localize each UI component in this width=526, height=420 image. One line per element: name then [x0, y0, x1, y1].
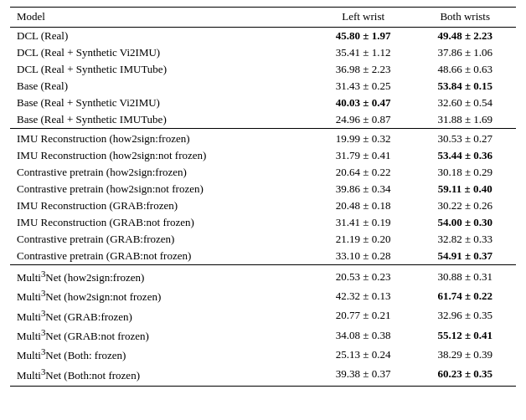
table-row: Base (Real + Synthetic Vi2IMU)40.03 ± 0.…: [10, 95, 516, 111]
table-row: Multi3Net (how2sign:not frozen)42.32 ± 0…: [10, 286, 516, 305]
left-wrist-value: 25.13 ± 0.24: [312, 345, 415, 364]
table-header-row: Model Left wrist Both wrists: [10, 8, 516, 28]
table-row: Multi3Net (how2sign:frozen)20.53 ± 0.233…: [10, 265, 516, 287]
model-name: Multi3Net (GRAB:frozen): [10, 306, 312, 325]
both-wrists-value: 30.53 ± 0.27: [414, 129, 516, 148]
both-wrists-value: 37.86 ± 1.06: [414, 44, 516, 61]
table-row: Base (Real)31.43 ± 0.2553.84 ± 0.15: [10, 78, 516, 95]
model-name: Contrastive pretrain (GRAB:not frozen): [10, 248, 312, 265]
model-name: DCL (Real): [10, 28, 312, 45]
left-wrist-value: 20.53 ± 0.23: [312, 265, 415, 287]
both-wrists-value: 59.11 ± 0.40: [414, 181, 516, 197]
left-wrist-value: 45.80 ± 1.97: [312, 28, 415, 45]
table-row: Multi3Net (Both: frozen)25.13 ± 0.2438.2…: [10, 345, 516, 364]
model-name: DCL (Real + Synthetic IMUTube): [10, 61, 312, 78]
model-name: Base (Real + Synthetic IMUTube): [10, 111, 312, 129]
left-wrist-value: 42.32 ± 0.13: [312, 286, 415, 305]
left-wrist-value: 33.10 ± 0.28: [312, 248, 415, 265]
left-wrist-value: 31.41 ± 0.19: [312, 214, 415, 231]
both-wrists-value: 60.23 ± 0.35: [414, 365, 516, 387]
left-wrist-value: 40.03 ± 0.47: [312, 95, 415, 111]
left-wrist-value: 20.48 ± 0.18: [312, 197, 415, 214]
left-wrist-value: 36.98 ± 2.23: [312, 61, 415, 78]
model-name: IMU Reconstruction (how2sign:frozen): [10, 129, 312, 148]
left-wrist-value: 39.38 ± 0.37: [312, 365, 415, 387]
model-name: IMU Reconstruction (GRAB:not frozen): [10, 214, 312, 231]
model-name: Contrastive pretrain (how2sign:frozen): [10, 164, 312, 181]
model-name: Multi3Net (Both: frozen): [10, 345, 312, 364]
left-wrist-value: 35.41 ± 1.12: [312, 44, 415, 61]
model-name: Base (Real): [10, 78, 312, 95]
header-left-wrist: Left wrist: [312, 8, 415, 28]
left-wrist-value: 31.43 ± 0.25: [312, 78, 415, 95]
model-name: Multi3Net (how2sign:not frozen): [10, 286, 312, 305]
left-wrist-value: 39.86 ± 0.34: [312, 181, 415, 197]
table-row: IMU Reconstruction (how2sign:not frozen)…: [10, 147, 516, 164]
results-table: Model Left wrist Both wrists DCL (Real)4…: [10, 7, 516, 387]
model-name: IMU Reconstruction (GRAB:frozen): [10, 197, 312, 214]
left-wrist-value: 34.08 ± 0.38: [312, 325, 415, 345]
header-both-wrists: Both wrists: [414, 8, 516, 28]
both-wrists-value: 31.88 ± 1.69: [414, 111, 516, 129]
table-row: IMU Reconstruction (how2sign:frozen)19.9…: [10, 129, 516, 148]
table-row: Multi3Net (GRAB:frozen)20.77 ± 0.2132.96…: [10, 306, 516, 325]
left-wrist-value: 24.96 ± 0.87: [312, 111, 415, 129]
model-name: DCL (Real + Synthetic Vi2IMU): [10, 44, 312, 61]
table-row: Contrastive pretrain (GRAB:not frozen)33…: [10, 248, 516, 265]
left-wrist-value: 20.64 ± 0.22: [312, 164, 415, 181]
model-name: Multi3Net (Both:not frozen): [10, 365, 312, 387]
table-row: Contrastive pretrain (how2sign:frozen)20…: [10, 164, 516, 181]
model-name: Multi3Net (GRAB:not frozen): [10, 325, 312, 345]
header-model: Model: [10, 8, 312, 28]
both-wrists-value: 61.74 ± 0.22: [414, 286, 516, 305]
both-wrists-value: 38.29 ± 0.39: [414, 345, 516, 364]
table-row: IMU Reconstruction (GRAB:not frozen)31.4…: [10, 214, 516, 231]
both-wrists-value: 55.12 ± 0.41: [414, 325, 516, 345]
model-name: IMU Reconstruction (how2sign:not frozen): [10, 147, 312, 164]
table-row: Base (Real + Synthetic IMUTube)24.96 ± 0…: [10, 111, 516, 129]
both-wrists-value: 53.84 ± 0.15: [414, 78, 516, 95]
both-wrists-value: 32.82 ± 0.33: [414, 231, 516, 248]
table-row: IMU Reconstruction (GRAB:frozen)20.48 ± …: [10, 197, 516, 214]
model-name: Base (Real + Synthetic Vi2IMU): [10, 95, 312, 111]
model-name: Contrastive pretrain (how2sign:not froze…: [10, 181, 312, 197]
table-row: DCL (Real)45.80 ± 1.9749.48 ± 2.23: [10, 28, 516, 45]
table-row: Contrastive pretrain (how2sign:not froze…: [10, 181, 516, 197]
both-wrists-value: 48.66 ± 0.63: [414, 61, 516, 78]
both-wrists-value: 54.91 ± 0.37: [414, 248, 516, 265]
table-row: DCL (Real + Synthetic IMUTube)36.98 ± 2.…: [10, 61, 516, 78]
left-wrist-value: 19.99 ± 0.32: [312, 129, 415, 148]
both-wrists-value: 53.44 ± 0.36: [414, 147, 516, 164]
both-wrists-value: 49.48 ± 2.23: [414, 28, 516, 45]
table-row: Contrastive pretrain (GRAB:frozen)21.19 …: [10, 231, 516, 248]
both-wrists-value: 30.18 ± 0.29: [414, 164, 516, 181]
both-wrists-value: 54.00 ± 0.30: [414, 214, 516, 231]
both-wrists-value: 32.96 ± 0.35: [414, 306, 516, 325]
table-row: Multi3Net (GRAB:not frozen)34.08 ± 0.385…: [10, 325, 516, 345]
both-wrists-value: 32.60 ± 0.54: [414, 95, 516, 111]
left-wrist-value: 20.77 ± 0.21: [312, 306, 415, 325]
table-row: Multi3Net (Both:not frozen)39.38 ± 0.376…: [10, 365, 516, 387]
both-wrists-value: 30.22 ± 0.26: [414, 197, 516, 214]
left-wrist-value: 21.19 ± 0.20: [312, 231, 415, 248]
model-name: Multi3Net (how2sign:frozen): [10, 265, 312, 287]
table-row: DCL (Real + Synthetic Vi2IMU)35.41 ± 1.1…: [10, 44, 516, 61]
left-wrist-value: 31.79 ± 0.41: [312, 147, 415, 164]
both-wrists-value: 30.88 ± 0.31: [414, 265, 516, 287]
model-name: Contrastive pretrain (GRAB:frozen): [10, 231, 312, 248]
